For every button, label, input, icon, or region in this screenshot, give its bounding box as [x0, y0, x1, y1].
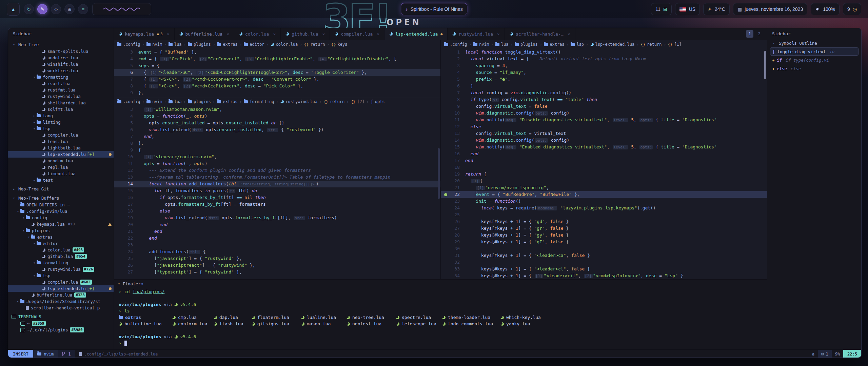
code-line[interactable]: 34 keys[#keys + 1] = { [1]"<leader>cil",… — [441, 272, 767, 279]
code-line[interactable]: 6 } — [441, 83, 767, 89]
tab-lsp-extended.lua[interactable]: lsp-extended.lua● — [384, 28, 448, 40]
tree-item[interactable]: rustywind.lua#726 — [8, 266, 114, 272]
code-line[interactable]: 19 vim.list_extend(dst: opts.formatters_… — [114, 215, 440, 221]
quick-button-3[interactable]: ∞ — [51, 4, 61, 14]
code-line[interactable]: 4cmd = { [1]"CccPick", [2]"CccConvert", … — [114, 56, 440, 62]
keyboard-layout-widget[interactable]: US — [675, 3, 700, 15]
file-entry[interactable]: lualine.lua — [301, 314, 347, 321]
code-line[interactable]: 14 vim.diagnostic.config(opts: config) — [441, 137, 767, 144]
breadcrumb-item[interactable]: ƒopts — [371, 99, 384, 104]
code-line[interactable]: 16 end — [441, 150, 767, 157]
quick-button-2[interactable]: ✎ — [37, 4, 47, 14]
editor-pane-2[interactable]: .config›nvim›lua›plugins›extras›formatti… — [114, 97, 440, 279]
code-line[interactable]: 13 ---@param tbl table<string, conform.F… — [114, 174, 440, 181]
breadcrumb-item[interactable]: extras — [217, 99, 237, 104]
close-icon[interactable]: × — [273, 32, 276, 37]
section-header-Neo-Tree[interactable]: ▾Neo-Tree — [8, 41, 114, 48]
editor-pane-1[interactable]: .config›nvim›lua›plugins›extras›editor›c… — [114, 40, 440, 97]
scrollbar[interactable] — [438, 148, 440, 199]
file-entry[interactable]: mason.lua — [301, 321, 347, 327]
breadcrumb-item[interactable]: nvim — [146, 99, 162, 104]
file-entry[interactable]: neotest.lua — [347, 321, 396, 327]
tree-item[interactable]: ▾extras — [8, 234, 114, 240]
breadcrumb-item[interactable]: lua — [495, 42, 509, 47]
code-area[interactable]: 3 [1]"williamboman/mason.nvim",4 opts = … — [114, 106, 440, 276]
tab-compiler.lua[interactable]: compiler.lua× — [330, 28, 384, 40]
weather-widget[interactable]: ☀ 24°C — [703, 3, 730, 15]
code-line[interactable]: 8}, — [114, 140, 440, 147]
tree-item[interactable]: keymaps.lua#10 — [8, 221, 114, 227]
outline-item[interactable]: ◆elseelse — [770, 64, 859, 73]
tab-bufferline.lua[interactable]: bufferline.lua× — [175, 28, 234, 40]
code-line[interactable]: 33 keys[#keys + 1] = { "<leader>cl", fal… — [441, 266, 767, 272]
code-line[interactable]: 6 { [1]"<leader>uC", [2]"<cmd>CccHighlig… — [114, 69, 440, 76]
breadcrumb-item[interactable]: {}return — [324, 99, 345, 104]
code-line[interactable]: 8 { [1]"<C-c>", [2]"<cmd>CccPick<cr>", d… — [114, 83, 440, 89]
section-header-TERMINALS[interactable]: TERMINALS — [8, 313, 114, 320]
code-line[interactable]: 22 event = { "BufReadPre", "BufNewFile" … — [441, 191, 767, 198]
code-line[interactable]: 9 config.virtual_text = false — [441, 103, 767, 110]
tree-item[interactable]: ▸lang — [8, 113, 114, 119]
file-entry[interactable]: gitsigns.lua — [252, 321, 301, 327]
file-entry[interactable]: dap.lua — [214, 314, 252, 321]
code-line[interactable]: 15 vim.notify(msg: "Enabled diagnostics … — [441, 144, 767, 150]
launcher-button[interactable]: ▲ — [7, 3, 20, 16]
code-line[interactable]: 7 end, — [114, 133, 440, 140]
floaterm-panel[interactable]: ▾ Floaterm ›cdlua/plugins/nvim/lua/plugi… — [114, 279, 767, 349]
file-entry[interactable]: cmp.lua — [172, 314, 214, 321]
tree-item[interactable]: ▾plugins — [8, 227, 114, 234]
file-entry[interactable]: neo-tree.lua — [347, 314, 396, 321]
tab-rustywind.lua[interactable]: rustywind.lua× — [448, 28, 505, 40]
code-line[interactable]: 26 ["javascriptreact"] = { "rustywind" }… — [114, 262, 440, 269]
tree-item[interactable]: rustywind.lua — [8, 93, 114, 100]
breadcrumb-item[interactable]: nvim — [473, 42, 489, 47]
scrollbar[interactable] — [764, 51, 766, 79]
breadcrumb-item[interactable]: {}keys — [331, 42, 347, 47]
neotree-panel[interactable]: ▾Neo-Treesmart-splits.luaundotree.luawin… — [8, 39, 114, 349]
tree-item[interactable]: shellharden.lua — [8, 100, 114, 106]
file-entry[interactable]: bufferline.lua — [119, 321, 172, 327]
tree-item[interactable]: ▾editor — [8, 240, 114, 247]
tray-widget[interactable]: 9 ◷ — [843, 3, 861, 15]
quick-button-4[interactable]: ⊞ — [64, 4, 75, 14]
tab-scrollbar-handle-…[interactable]: scrollbar-handle-…× — [505, 28, 575, 40]
tree-item[interactable]: OPEN BUFFERS in ~ — [8, 202, 114, 208]
tree-item[interactable]: ▾lsp — [8, 272, 114, 279]
code-line[interactable]: 18 else — [114, 208, 440, 215]
code-line[interactable]: 27 keys[#keys + 1] = { "gr", false } — [441, 225, 767, 232]
file-entry[interactable]: flash.lua — [214, 321, 252, 327]
code-line[interactable]: 7 { [1]"<S-C>", [2]"<cmd>CccConvert<cr>"… — [114, 76, 440, 83]
tree-item[interactable]: lsp-extended.lu[+] — [8, 151, 114, 158]
code-line[interactable]: 24 add_formatters(tbl: { — [114, 248, 440, 255]
tree-item[interactable]: ▸Juegos/Indies/SteamLibrary/st — [8, 298, 114, 305]
code-line[interactable]: 31 keys[#keys + 1] = { "<leader>ca", fal… — [441, 252, 767, 259]
code-line[interactable]: 17end — [441, 157, 767, 164]
file-entry[interactable]: extras — [119, 314, 172, 321]
code-line[interactable]: 15 for ft, formatters in pairs(t: tbl) d… — [114, 187, 440, 194]
code-area[interactable]: 3event = { "BufRead" },4cmd = { [1]"CccP… — [114, 49, 440, 96]
tree-item[interactable]: winshift.lua — [8, 61, 114, 67]
code-line[interactable]: 25 — [441, 211, 767, 218]
code-line[interactable]: 23 — [114, 242, 440, 248]
breadcrumb-item[interactable]: .config — [117, 42, 140, 47]
breadcrumb-item[interactable]: lsp-extended.lua — [590, 42, 635, 47]
code-line[interactable]: 24 local keys = require(modname: "lazyvi… — [441, 205, 767, 211]
close-icon[interactable]: × — [322, 32, 325, 37]
code-line[interactable]: 25 ["javascript"] = { "rustywind" }, — [114, 255, 440, 262]
file-entry[interactable]: floaterm.lua — [252, 314, 301, 321]
tree-item[interactable]: github.lua#654 — [8, 253, 114, 260]
code-line[interactable]: 11 opts = function(_, opts) — [114, 160, 440, 167]
close-icon[interactable]: × — [377, 32, 379, 37]
code-line[interactable]: 21 end — [114, 228, 440, 235]
breadcrumb-item[interactable]: lua — [169, 99, 182, 104]
breadcrumb-item[interactable]: plugins — [188, 99, 211, 104]
code-line[interactable]: 19return { — [441, 171, 767, 178]
code-line[interactable]: 5 prefix = "●", — [441, 76, 767, 83]
code-line[interactable]: 3 spacing = 4, — [441, 62, 767, 69]
close-icon[interactable]: × — [226, 32, 229, 37]
tab-keymaps.lua[interactable]: keymaps.lua3× — [114, 28, 175, 40]
code-line[interactable]: 20 end — [114, 221, 440, 228]
breadcrumb-item[interactable]: {}return — [304, 42, 325, 47]
breadcrumb-item[interactable]: rustywind.lua — [280, 99, 317, 104]
tree-item[interactable]: neodim.lua — [8, 158, 114, 164]
